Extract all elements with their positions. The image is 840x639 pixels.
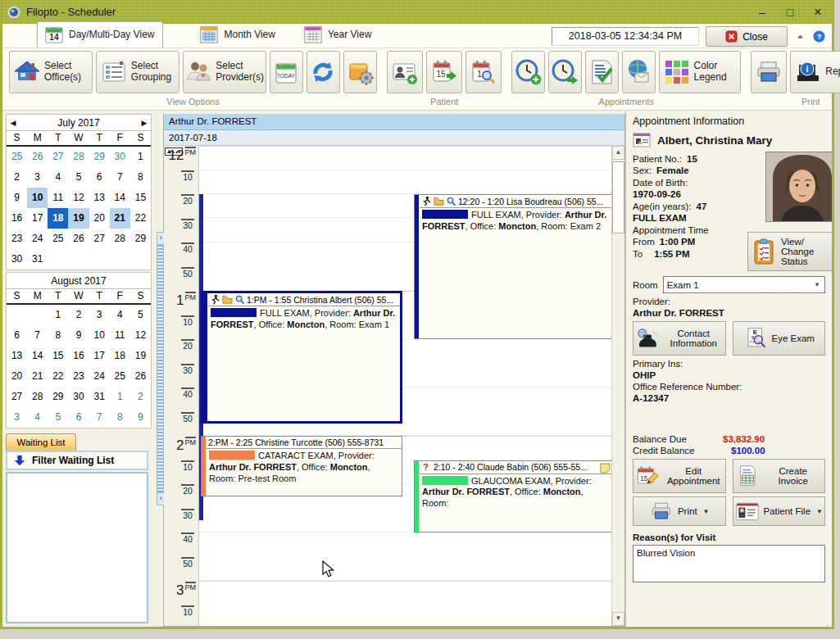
calendar-day[interactable]: 26 bbox=[68, 229, 89, 249]
calendar-day[interactable]: 3 bbox=[89, 305, 110, 325]
calendar-day[interactable]: 4 bbox=[110, 305, 130, 325]
calendar-day[interactable]: 5 bbox=[68, 167, 89, 188]
select-offices-button[interactable]: Select Office(s) bbox=[9, 51, 93, 93]
refresh-button[interactable] bbox=[306, 51, 340, 93]
calendar-day[interactable]: 30 bbox=[68, 387, 89, 407]
maximize-button[interactable]: □ bbox=[776, 2, 804, 22]
report-button[interactable]: iReport▼ bbox=[790, 51, 840, 93]
calendar-day[interactable]: 26 bbox=[27, 147, 48, 167]
contact-information-button[interactable]: @ Contact Information bbox=[633, 321, 726, 356]
patient-next-appointment-button[interactable]: 15 bbox=[426, 51, 462, 93]
calendar-day[interactable]: 5 bbox=[130, 305, 151, 325]
schedule-grid[interactable]: 12:20 - 1:20 Lisa Boudreau (506) 55...FU… bbox=[199, 146, 611, 626]
calendar-day[interactable]: 23 bbox=[68, 366, 89, 387]
calendar-day[interactable]: 24 bbox=[89, 366, 110, 387]
room-select[interactable]: Exam 1 ▼ bbox=[663, 276, 825, 293]
patient-card-icon[interactable] bbox=[633, 132, 651, 148]
minimize-button[interactable]: – bbox=[748, 2, 776, 22]
select-providers-button[interactable]: Select Provider(s) bbox=[183, 51, 266, 93]
calendar-day[interactable]: 12 bbox=[68, 188, 89, 208]
calendar-day[interactable]: 20 bbox=[7, 366, 27, 387]
tab-year-view[interactable]: Year View bbox=[297, 22, 379, 48]
calendar-day[interactable]: 6 bbox=[68, 407, 89, 428]
close-window-button[interactable]: × bbox=[804, 2, 832, 22]
calendar-day[interactable]: 15 bbox=[48, 346, 68, 366]
calendar-day[interactable]: 31 bbox=[89, 387, 110, 407]
calendar-day[interactable]: 7 bbox=[27, 325, 48, 346]
calendar-day[interactable]: 17 bbox=[89, 346, 110, 366]
close-scheduler-button[interactable]: Close bbox=[706, 26, 788, 47]
calendar-day[interactable]: 10 bbox=[89, 325, 110, 346]
calendar-day[interactable]: 19 bbox=[130, 346, 151, 366]
calendar-day[interactable]: 27 bbox=[89, 229, 110, 249]
create-invoice-button[interactable]: Create Invoice bbox=[733, 459, 826, 493]
calendar-day[interactable]: 1 bbox=[48, 305, 68, 325]
calendar-day[interactable]: 29 bbox=[89, 147, 110, 167]
new-appointment-button[interactable] bbox=[511, 51, 545, 93]
calendar-day[interactable]: 17 bbox=[27, 208, 48, 229]
sidebar-splitter[interactable]: ‹ ‹ bbox=[155, 111, 163, 627]
calendar-day[interactable]: 29 bbox=[130, 229, 151, 249]
calendar-day[interactable]: 16 bbox=[68, 346, 89, 366]
calendar-day[interactable]: 1 bbox=[130, 147, 151, 167]
calendar-day[interactable]: 8 bbox=[130, 167, 151, 188]
calendar-day[interactable]: 9 bbox=[7, 188, 27, 208]
calendar-day[interactable]: 21 bbox=[110, 208, 130, 229]
calendar-day[interactable]: 4 bbox=[27, 407, 48, 428]
next-month-icon[interactable]: ▶ bbox=[138, 119, 151, 127]
calendar-day[interactable]: 30 bbox=[7, 249, 27, 270]
move-appointment-button[interactable] bbox=[548, 51, 582, 93]
calendar-day[interactable]: 31 bbox=[27, 249, 48, 270]
calendar-day[interactable]: 18 bbox=[48, 208, 68, 229]
filter-waiting-list-button[interactable]: Filter Waiting List bbox=[6, 451, 148, 470]
calendar-day[interactable]: 13 bbox=[7, 346, 27, 366]
calendar-day[interactable]: 14 bbox=[110, 188, 130, 208]
calendar-day[interactable]: 18 bbox=[110, 346, 130, 366]
calendar-day[interactable]: 9 bbox=[68, 325, 89, 346]
scroll-thumb[interactable] bbox=[612, 161, 624, 233]
appt-lisa-boudreau[interactable]: 12:20 - 1:20 Lisa Boudreau (506) 55...FU… bbox=[414, 194, 611, 339]
appt-claude-babin[interactable]: ?2:10 - 2:40 Claude Babin (506) 555-55..… bbox=[414, 460, 611, 533]
prev-month-icon[interactable]: ◀ bbox=[7, 119, 20, 127]
color-legend-button[interactable]: Color Legend bbox=[659, 51, 742, 93]
scroll-down-arrow[interactable]: ▼ bbox=[612, 612, 624, 626]
new-patient-button[interactable] bbox=[387, 51, 423, 93]
calendar-day[interactable]: 27 bbox=[48, 147, 68, 167]
calendar-day[interactable]: 2 bbox=[68, 305, 89, 325]
calendar-day[interactable]: 5 bbox=[48, 407, 68, 428]
calendar-day[interactable]: 28 bbox=[27, 387, 48, 407]
scroll-track[interactable] bbox=[612, 233, 624, 612]
web-appointments-button[interactable] bbox=[622, 51, 656, 93]
calendar-day[interactable]: 7 bbox=[89, 407, 110, 428]
calendar-day[interactable]: 23 bbox=[7, 229, 27, 249]
scroll-up-arrow[interactable]: ▲ bbox=[612, 146, 624, 160]
calendar-day[interactable]: 13 bbox=[89, 188, 110, 208]
calendar-day[interactable]: 20 bbox=[89, 208, 110, 229]
today-button[interactable]: TODAY bbox=[270, 51, 303, 93]
calendar-day[interactable]: 30 bbox=[110, 147, 130, 167]
appt-christina-albert[interactable]: 1:PM - 1:55 Christina Albert (506) 55...… bbox=[201, 291, 402, 424]
edit-appointment-button[interactable]: 15 Edit Appointment bbox=[633, 459, 726, 493]
help-icon[interactable]: ? bbox=[813, 30, 825, 43]
calendar-day[interactable]: 3 bbox=[7, 407, 27, 428]
calendar-day[interactable]: 4 bbox=[48, 167, 68, 188]
collapse-ribbon-icon[interactable] bbox=[794, 30, 806, 43]
select-grouping-button[interactable]: Select Grouping bbox=[96, 51, 179, 93]
calendar-day[interactable]: 2 bbox=[7, 167, 27, 188]
calendar-day[interactable]: 9 bbox=[130, 407, 151, 428]
splitter-bar[interactable] bbox=[157, 238, 164, 500]
calendar-day[interactable]: 28 bbox=[110, 229, 130, 249]
confirm-appointments-button[interactable] bbox=[585, 51, 619, 93]
print-button[interactable] bbox=[751, 51, 787, 93]
find-patient-appointment-button[interactable]: 1 bbox=[465, 51, 502, 93]
calendar-day[interactable]: 16 bbox=[7, 208, 27, 229]
calendar-day[interactable]: 6 bbox=[89, 167, 110, 188]
appt-christine-turcotte[interactable]: 2:PM - 2:25 Christine Turcotte (506) 555… bbox=[201, 436, 402, 496]
calendar-day[interactable]: 22 bbox=[130, 208, 151, 229]
calendar-day[interactable]: 24 bbox=[27, 229, 48, 249]
calendar-day[interactable]: 25 bbox=[110, 366, 130, 387]
calendar-day[interactable]: 29 bbox=[48, 387, 68, 407]
calendar-day[interactable]: 11 bbox=[110, 325, 130, 346]
calendar-day[interactable]: 10 bbox=[27, 188, 48, 208]
calendar-day[interactable]: 15 bbox=[130, 188, 151, 208]
